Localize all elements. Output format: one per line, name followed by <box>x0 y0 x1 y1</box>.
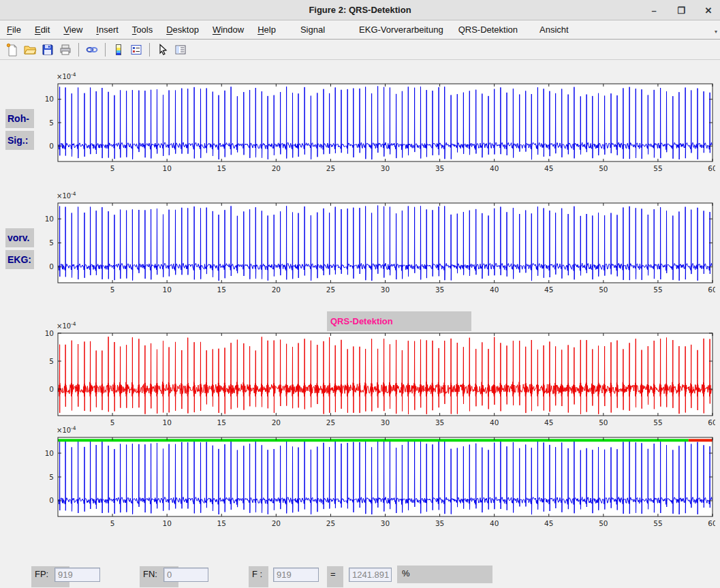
title-bar: Figure 2: QRS-Detektion – ❐ ✕ <box>0 0 720 20</box>
label-raw-line1: Roh- <box>5 109 34 128</box>
x-tick-label: 35 <box>435 285 444 294</box>
x-tick-label: 25 <box>326 164 335 172</box>
percent-sign: % <box>402 568 410 578</box>
menu-item-help[interactable]: Help <box>251 20 283 39</box>
insert-colorbar-icon[interactable] <box>110 42 127 57</box>
y-tick-label: 0 <box>49 262 54 270</box>
y-tick-label: 10 <box>45 449 54 457</box>
f-input[interactable] <box>273 568 319 582</box>
x-tick-label: 15 <box>217 519 226 527</box>
y-tick-label: 0 <box>49 385 54 393</box>
y-tick-label: 5 <box>49 357 54 365</box>
x-tick-label: 45 <box>544 164 553 172</box>
fn-label: FN: <box>143 569 157 579</box>
insert-legend-icon[interactable] <box>128 42 144 57</box>
x-tick-label: 40 <box>490 519 499 527</box>
x-tick-label: 25 <box>326 285 335 294</box>
x-tick-label: 60 <box>708 519 715 527</box>
save-icon[interactable] <box>40 42 56 57</box>
x-tick-label: 20 <box>272 519 281 527</box>
f-label: F : <box>252 569 262 579</box>
x-tick-label: 55 <box>653 164 662 172</box>
x-tick-label: 35 <box>435 164 444 172</box>
x-tick-label: 5 <box>110 285 115 294</box>
x-tick-label: 50 <box>599 285 608 294</box>
fn-input[interactable] <box>163 568 208 582</box>
x-tick-label: 20 <box>272 164 281 172</box>
x-tick-label: 60 <box>708 285 715 294</box>
x-tick-label: 50 <box>599 164 608 172</box>
menu-item-desktop[interactable]: Desktop <box>159 20 206 39</box>
open-folder-icon[interactable] <box>22 42 38 57</box>
y-axis-exponent: ×10-4 <box>57 321 76 330</box>
close-icon[interactable]: ✕ <box>702 4 715 16</box>
x-tick-label: 45 <box>544 519 553 527</box>
y-axis-exponent: ×10-4 <box>57 191 76 200</box>
percent-input[interactable] <box>349 568 392 582</box>
menu-item-file[interactable]: File <box>0 20 28 39</box>
x-tick-label: 35 <box>435 519 444 527</box>
x-tick-label: 5 <box>110 519 115 527</box>
window-title: Figure 2: QRS-Detektion <box>0 5 720 15</box>
x-tick-label: 10 <box>162 285 171 294</box>
y-tick-label: 10 <box>45 215 54 223</box>
menu-item-insert[interactable]: Insert <box>89 20 125 39</box>
menu-item-ansicht[interactable]: Ansicht <box>533 20 576 39</box>
equals-label: = <box>330 569 336 579</box>
label-prep-line2: EKG: <box>5 250 34 269</box>
toolbar-separator <box>78 43 79 57</box>
x-tick-label: 30 <box>381 519 390 527</box>
toolbar-separator <box>105 43 106 57</box>
menu-bar: FileEditViewInsertToolsDesktopWindowHelp… <box>0 20 720 40</box>
y-axis-exponent: ×10-4 <box>57 72 76 80</box>
x-tick-label: 30 <box>381 285 390 294</box>
menu-item-ekg-vorverarbeitung[interactable]: EKG-Vorverarbeitung <box>352 20 450 39</box>
x-tick-label: 15 <box>217 164 226 172</box>
percent-panel-bg <box>397 566 492 583</box>
x-tick-label: 55 <box>653 519 662 527</box>
plot-preprocessed-ekg: 510152025303540455055600510×10-4 <box>34 188 715 298</box>
y-tick-label: 5 <box>49 238 54 247</box>
x-tick-label: 20 <box>272 285 281 294</box>
link-plots-icon[interactable] <box>84 42 100 57</box>
x-tick-label: 40 <box>490 285 499 294</box>
edit-plot-arrow-icon[interactable] <box>155 42 171 57</box>
menu-item-signal[interactable]: Signal <box>294 20 332 39</box>
y-tick-label: 5 <box>49 119 54 127</box>
menu-item-edit[interactable]: Edit <box>28 20 57 39</box>
x-tick-label: 25 <box>326 519 335 527</box>
label-prep-line1: vorv. <box>5 228 34 247</box>
maximize-icon[interactable]: ❐ <box>675 4 687 16</box>
toolbar-separator <box>149 43 150 57</box>
x-tick-label: 10 <box>162 519 171 527</box>
figure-canvas: Roh- Sig.: vorv. EKG: QRS-Detektion 5101… <box>0 60 720 588</box>
new-file-icon[interactable] <box>4 42 20 57</box>
y-tick-label: 10 <box>45 329 54 337</box>
x-tick-label: 45 <box>544 285 553 294</box>
y-tick-label: 5 <box>49 473 54 481</box>
label-raw-line2: Sig.: <box>5 131 34 150</box>
figure-window: Figure 2: QRS-Detektion – ❐ ✕ FileEditVi… <box>0 0 720 588</box>
x-tick-label: 5 <box>110 164 115 172</box>
plot-raw-signal: 510152025303540455055600510×10-4 <box>34 69 715 176</box>
minimize-icon[interactable]: – <box>648 4 660 16</box>
menu-item-tools[interactable]: Tools <box>125 20 159 39</box>
x-tick-label: 15 <box>217 285 226 294</box>
y-tick-label: 0 <box>49 496 54 504</box>
y-axis-exponent: ×10-4 <box>57 425 76 434</box>
toolbar <box>0 40 720 60</box>
fp-input[interactable] <box>54 568 100 582</box>
print-icon[interactable] <box>57 42 74 57</box>
x-tick-label: 60 <box>708 164 715 172</box>
fp-label: FP: <box>35 569 48 579</box>
plot-detection-result: 510152025303540455055600510×10-4 <box>34 422 715 531</box>
property-inspector-icon[interactable] <box>172 42 189 57</box>
x-tick-label: 40 <box>490 164 499 172</box>
y-tick-label: 0 <box>49 142 54 150</box>
menu-item-window[interactable]: Window <box>206 20 251 39</box>
menu-item-qrs-detektion[interactable]: QRS-Detektion <box>452 20 525 39</box>
menu-overflow-icon[interactable]: ▾ <box>715 29 717 35</box>
menu-item-view[interactable]: View <box>57 20 89 39</box>
x-tick-label: 50 <box>599 519 608 527</box>
y-tick-label: 10 <box>45 95 54 103</box>
